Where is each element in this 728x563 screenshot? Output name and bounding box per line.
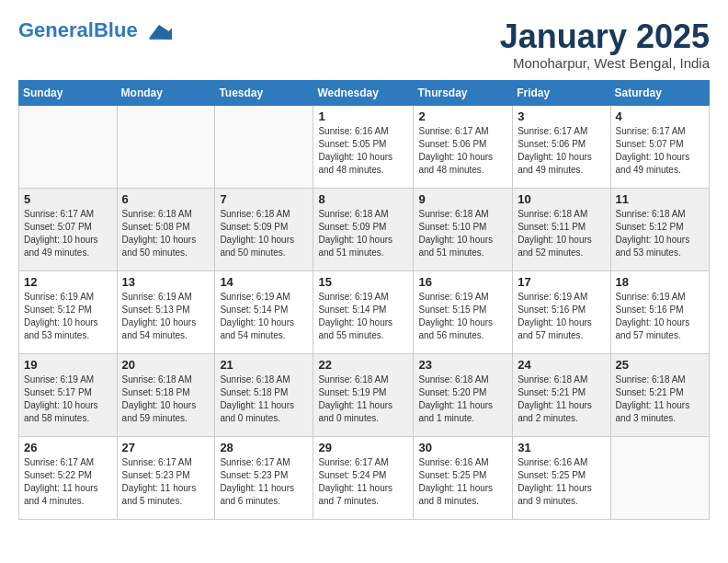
weekday-header-monday: Monday [117,80,215,105]
calendar-cell: 24Sunrise: 6:18 AM Sunset: 5:21 PM Dayli… [513,353,610,436]
day-number: 29 [318,441,408,454]
day-info: Sunrise: 6:19 AM Sunset: 5:16 PM Dayligh… [518,291,605,342]
day-info: Sunrise: 6:19 AM Sunset: 5:12 PM Dayligh… [24,291,112,342]
calendar-cell: 4Sunrise: 6:17 AM Sunset: 5:07 PM Daylig… [610,105,709,188]
weekday-header-row: SundayMondayTuesdayWednesdayThursdayFrid… [19,80,710,105]
month-title: January 2025 [500,18,710,55]
day-number: 2 [418,109,507,123]
calendar-cell: 15Sunrise: 6:19 AM Sunset: 5:14 PM Dayli… [313,270,414,353]
weekday-header-wednesday: Wednesday [313,80,414,105]
logo-blue: Blue [94,18,138,41]
day-info: Sunrise: 6:18 AM Sunset: 5:09 PM Dayligh… [318,208,408,259]
day-info: Sunrise: 6:19 AM Sunset: 5:13 PM Dayligh… [122,291,210,342]
day-number: 10 [518,192,605,206]
calendar-cell: 11Sunrise: 6:18 AM Sunset: 5:12 PM Dayli… [610,188,709,270]
day-number: 16 [418,275,507,289]
calendar-table: SundayMondayTuesdayWednesdayThursdayFrid… [18,80,710,520]
calendar-cell: 21Sunrise: 6:18 AM Sunset: 5:18 PM Dayli… [215,353,313,436]
day-number: 8 [318,192,408,206]
day-info: Sunrise: 6:18 AM Sunset: 5:08 PM Dayligh… [122,208,210,259]
day-info: Sunrise: 6:17 AM Sunset: 5:23 PM Dayligh… [220,456,308,508]
logo-icon [146,18,172,44]
day-info: Sunrise: 6:18 AM Sunset: 5:18 PM Dayligh… [122,373,210,425]
calendar-cell: 28Sunrise: 6:17 AM Sunset: 5:23 PM Dayli… [215,436,313,519]
logo-text: GeneralBlue [18,18,172,44]
calendar-cell: 7Sunrise: 6:18 AM Sunset: 5:09 PM Daylig… [215,188,313,270]
day-info: Sunrise: 6:18 AM Sunset: 5:21 PM Dayligh… [616,373,704,425]
calendar-cell: 31Sunrise: 6:16 AM Sunset: 5:25 PM Dayli… [513,436,610,519]
calendar-week-1: 1Sunrise: 6:16 AM Sunset: 5:05 PM Daylig… [19,105,710,188]
day-info: Sunrise: 6:18 AM Sunset: 5:09 PM Dayligh… [220,208,308,259]
day-number: 4 [616,109,704,123]
day-number: 21 [220,358,308,372]
day-number: 17 [518,275,605,289]
day-number: 13 [122,275,210,289]
calendar-cell: 27Sunrise: 6:17 AM Sunset: 5:23 PM Dayli… [117,436,215,519]
svg-marker-1 [149,25,172,40]
day-number: 20 [122,358,210,372]
calendar-cell: 16Sunrise: 6:19 AM Sunset: 5:15 PM Dayli… [414,270,513,353]
day-number: 24 [518,358,605,372]
day-info: Sunrise: 6:18 AM Sunset: 5:21 PM Dayligh… [518,373,605,425]
weekday-header-saturday: Saturday [610,80,709,105]
weekday-header-thursday: Thursday [414,80,513,105]
day-number: 28 [220,441,308,454]
calendar-cell: 30Sunrise: 6:16 AM Sunset: 5:25 PM Dayli… [414,436,513,519]
day-info: Sunrise: 6:18 AM Sunset: 5:19 PM Dayligh… [318,373,408,425]
day-info: Sunrise: 6:17 AM Sunset: 5:07 PM Dayligh… [616,125,704,177]
day-number: 7 [220,192,308,206]
day-number: 3 [518,109,605,123]
logo-general: General [18,18,94,41]
calendar-week-5: 26Sunrise: 6:17 AM Sunset: 5:22 PM Dayli… [19,436,710,519]
day-number: 5 [24,192,112,206]
calendar-cell: 6Sunrise: 6:18 AM Sunset: 5:08 PM Daylig… [117,188,215,270]
day-number: 12 [24,275,112,289]
day-info: Sunrise: 6:16 AM Sunset: 5:25 PM Dayligh… [518,456,605,508]
calendar-cell: 5Sunrise: 6:17 AM Sunset: 5:07 PM Daylig… [19,188,118,270]
calendar-cell: 2Sunrise: 6:17 AM Sunset: 5:06 PM Daylig… [414,105,513,188]
day-info: Sunrise: 6:17 AM Sunset: 5:23 PM Dayligh… [122,456,210,508]
logo: GeneralBlue [18,18,172,44]
day-info: Sunrise: 6:18 AM Sunset: 5:10 PM Dayligh… [418,208,507,259]
day-number: 15 [318,275,408,289]
weekday-header-tuesday: Tuesday [215,80,313,105]
day-info: Sunrise: 6:17 AM Sunset: 5:07 PM Dayligh… [24,208,112,259]
calendar-cell: 17Sunrise: 6:19 AM Sunset: 5:16 PM Dayli… [513,270,610,353]
day-number: 6 [122,192,210,206]
day-info: Sunrise: 6:19 AM Sunset: 5:14 PM Dayligh… [318,291,408,342]
day-info: Sunrise: 6:19 AM Sunset: 5:14 PM Dayligh… [220,291,308,342]
day-info: Sunrise: 6:17 AM Sunset: 5:22 PM Dayligh… [24,456,112,508]
calendar-cell: 22Sunrise: 6:18 AM Sunset: 5:19 PM Dayli… [313,353,414,436]
day-info: Sunrise: 6:19 AM Sunset: 5:17 PM Dayligh… [24,373,112,425]
day-info: Sunrise: 6:16 AM Sunset: 5:05 PM Dayligh… [318,125,408,177]
subtitle: Monoharpur, West Bengal, India [500,55,710,71]
calendar-cell: 12Sunrise: 6:19 AM Sunset: 5:12 PM Dayli… [19,270,118,353]
day-number: 14 [220,275,308,289]
calendar-week-2: 5Sunrise: 6:17 AM Sunset: 5:07 PM Daylig… [19,188,710,270]
day-number: 19 [24,358,112,372]
day-number: 9 [418,192,507,206]
day-info: Sunrise: 6:16 AM Sunset: 5:25 PM Dayligh… [418,456,507,508]
calendar-header: SundayMondayTuesdayWednesdayThursdayFrid… [19,80,710,105]
page-header: GeneralBlue January 2025 Monoharpur, Wes… [18,18,710,71]
title-section: January 2025 Monoharpur, West Bengal, In… [500,18,710,71]
day-number: 18 [616,275,704,289]
calendar-cell: 3Sunrise: 6:17 AM Sunset: 5:06 PM Daylig… [513,105,610,188]
calendar-cell: 1Sunrise: 6:16 AM Sunset: 5:05 PM Daylig… [313,105,414,188]
calendar-body: 1Sunrise: 6:16 AM Sunset: 5:05 PM Daylig… [19,105,710,519]
day-number: 26 [24,441,112,454]
day-info: Sunrise: 6:18 AM Sunset: 5:18 PM Dayligh… [220,373,308,425]
day-number: 22 [318,358,408,372]
day-number: 31 [518,441,605,454]
calendar-cell: 8Sunrise: 6:18 AM Sunset: 5:09 PM Daylig… [313,188,414,270]
day-number: 1 [318,109,408,123]
calendar-cell: 26Sunrise: 6:17 AM Sunset: 5:22 PM Dayli… [19,436,118,519]
calendar-cell: 9Sunrise: 6:18 AM Sunset: 5:10 PM Daylig… [414,188,513,270]
calendar-cell: 25Sunrise: 6:18 AM Sunset: 5:21 PM Dayli… [610,353,709,436]
weekday-header-friday: Friday [513,80,610,105]
day-info: Sunrise: 6:18 AM Sunset: 5:12 PM Dayligh… [616,208,704,259]
day-number: 11 [616,192,704,206]
day-info: Sunrise: 6:19 AM Sunset: 5:16 PM Dayligh… [616,291,704,342]
day-info: Sunrise: 6:17 AM Sunset: 5:24 PM Dayligh… [318,456,408,508]
calendar-cell [215,105,313,188]
